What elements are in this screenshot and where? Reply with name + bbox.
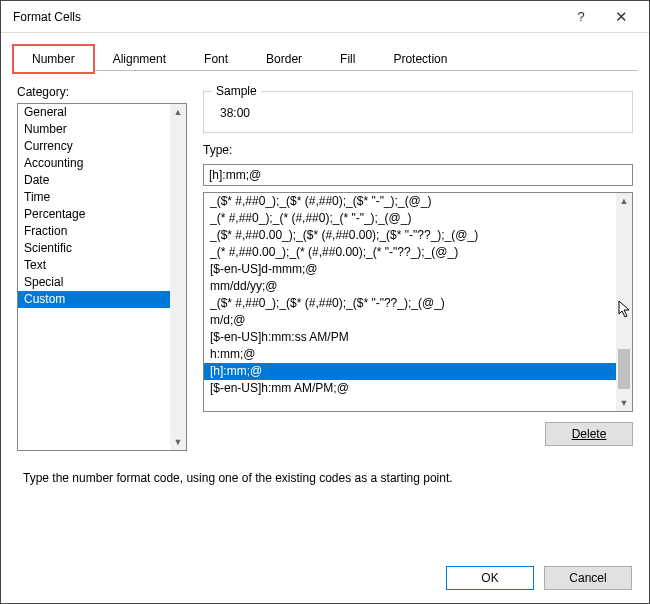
sample-group: Sample 38:00 — [203, 91, 633, 133]
help-button[interactable]: ? — [561, 1, 601, 33]
scroll-up-icon[interactable]: ▲ — [616, 193, 632, 209]
category-item[interactable]: Time — [18, 189, 170, 206]
format-scrollbar[interactable]: ▲ ▼ — [616, 193, 632, 411]
category-item[interactable]: Special — [18, 274, 170, 291]
category-item[interactable]: General — [18, 104, 170, 121]
scroll-up-icon[interactable]: ▲ — [170, 104, 186, 120]
category-item[interactable]: Number — [18, 121, 170, 138]
sample-label: Sample — [212, 84, 261, 98]
tab-number[interactable]: Number — [13, 45, 94, 73]
scroll-thumb[interactable] — [618, 349, 630, 390]
type-label: Type: — [203, 143, 633, 157]
category-item[interactable]: Percentage — [18, 206, 170, 223]
tab-fill[interactable]: Fill — [321, 45, 374, 73]
format-item[interactable]: h:mm;@ — [204, 346, 616, 363]
format-item[interactable]: [$-en-US]h:mm AM/PM;@ — [204, 380, 616, 397]
format-listbox[interactable]: _($* #,##0_);_($* (#,##0);_($* "-"_);_(@… — [203, 192, 633, 412]
format-item[interactable]: [$-en-US]d-mmm;@ — [204, 261, 616, 278]
format-item[interactable]: _($* #,##0.00_);_($* (#,##0.00);_($* "-"… — [204, 227, 616, 244]
category-item[interactable]: Date — [18, 172, 170, 189]
tab-divider — [12, 70, 638, 71]
category-item[interactable]: Scientific — [18, 240, 170, 257]
category-scrollbar[interactable]: ▲ ▼ — [170, 104, 186, 450]
category-item[interactable]: Currency — [18, 138, 170, 155]
ok-button[interactable]: OK — [446, 566, 534, 590]
format-item[interactable]: [$-en-US]h:mm:ss AM/PM — [204, 329, 616, 346]
cancel-button[interactable]: Cancel — [544, 566, 632, 590]
format-item[interactable]: _(* #,##0_);_(* (#,##0);_(* "-"_);_(@_) — [204, 210, 616, 227]
close-button[interactable]: ✕ — [601, 1, 641, 33]
tab-font[interactable]: Font — [185, 45, 247, 73]
hint-text: Type the number format code, using one o… — [1, 471, 649, 485]
delete-button[interactable]: Delete — [545, 422, 633, 446]
category-item[interactable]: Text — [18, 257, 170, 274]
format-item[interactable]: [h]:mm;@ — [204, 363, 616, 380]
titlebar: Format Cells ? ✕ — [1, 1, 649, 33]
scroll-down-icon[interactable]: ▼ — [616, 395, 632, 411]
window-title: Format Cells — [13, 10, 561, 24]
format-item[interactable]: mm/dd/yy;@ — [204, 278, 616, 295]
format-item[interactable]: m/d;@ — [204, 312, 616, 329]
format-item[interactable]: _(* #,##0.00_);_(* (#,##0.00);_(* "-"??_… — [204, 244, 616, 261]
scroll-down-icon[interactable]: ▼ — [170, 434, 186, 450]
format-item[interactable]: _($* #,##0_);_($* (#,##0);_($* "-"??_);_… — [204, 295, 616, 312]
category-listbox[interactable]: GeneralNumberCurrencyAccountingDateTimeP… — [17, 103, 187, 451]
format-item[interactable]: _($* #,##0_);_($* (#,##0);_($* "-"_);_(@… — [204, 193, 616, 210]
type-input[interactable] — [203, 164, 633, 186]
tab-alignment[interactable]: Alignment — [94, 45, 185, 73]
sample-value: 38:00 — [216, 106, 620, 120]
category-label: Category: — [17, 85, 187, 99]
category-item[interactable]: Fraction — [18, 223, 170, 240]
category-item[interactable]: Accounting — [18, 155, 170, 172]
category-item[interactable]: Custom — [18, 291, 170, 308]
dialog-footer: OK Cancel — [446, 566, 632, 590]
tab-strip: NumberAlignmentFontBorderFillProtection — [13, 45, 637, 73]
tab-protection[interactable]: Protection — [374, 45, 466, 73]
tab-border[interactable]: Border — [247, 45, 321, 73]
